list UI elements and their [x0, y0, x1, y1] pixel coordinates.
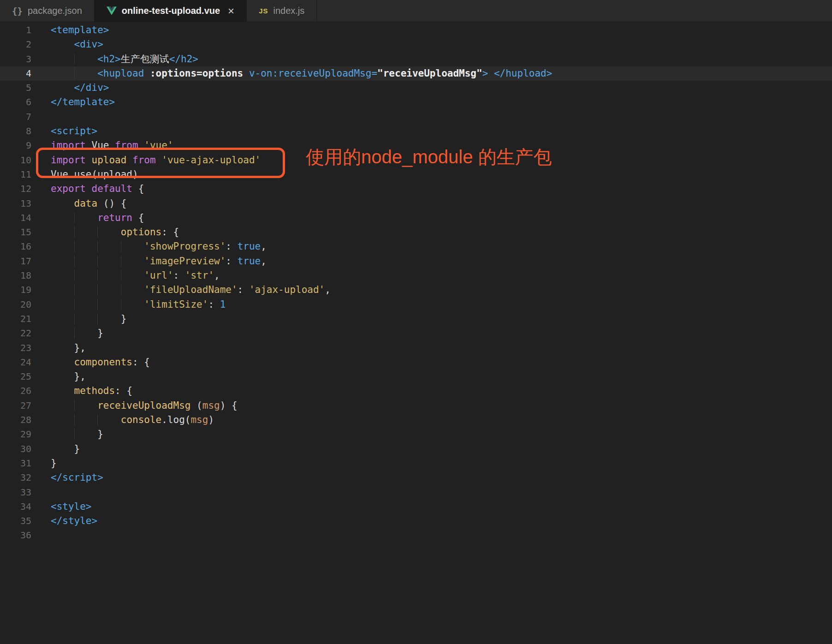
line-number: 30: [0, 442, 42, 456]
code-text: <h2>生产包测试</h2>: [42, 52, 198, 66]
line-number: 3: [0, 52, 42, 66]
code-text: },: [42, 341, 86, 355]
code-line[interactable]: 6</template>: [0, 95, 832, 109]
line-number: 10: [0, 153, 42, 167]
code-line[interactable]: 33: [0, 485, 832, 500]
line-number: 15: [0, 225, 42, 239]
line-number: 27: [0, 399, 42, 413]
code-line[interactable]: 8<script>: [0, 124, 832, 138]
code-text: options: {: [42, 225, 179, 239]
code-line[interactable]: 15 options: {: [0, 225, 832, 239]
line-number: 24: [0, 355, 42, 370]
code-line[interactable]: 24 components: {: [0, 355, 832, 370]
code-text: 'url': 'str',: [42, 268, 220, 283]
code-line[interactable]: 11Vue.use(upload): [0, 167, 832, 182]
code-line[interactable]: 2 <div>: [0, 37, 832, 52]
line-number: 22: [0, 326, 42, 340]
code-text: </script>: [42, 471, 103, 485]
line-number: 11: [0, 167, 42, 182]
braces-icon: {}: [12, 6, 23, 16]
annotation-label: 使用的node_module 的生产包: [306, 146, 552, 168]
code-line[interactable]: 26 methods: {: [0, 384, 832, 398]
code-line[interactable]: 14 return {: [0, 211, 832, 225]
code-editor-window: { "tabbar": { "tabs": [ { "label": "pack…: [0, 0, 832, 644]
code-text: }: [42, 326, 103, 340]
code-line[interactable]: 20 'limitSize': 1: [0, 298, 832, 312]
code-text: },: [42, 370, 86, 384]
code-line[interactable]: 17 'imagePreview': true,: [0, 254, 832, 268]
line-number: 36: [0, 528, 42, 543]
code-line[interactable]: 36: [0, 528, 832, 543]
code-text: </div>: [42, 81, 109, 95]
js-icon: JS: [259, 7, 268, 15]
code-text: <div>: [42, 37, 103, 52]
tab-online-test-upload-vue[interactable]: online-test-upload.vue ×: [95, 0, 247, 22]
code-line[interactable]: 19 'fileUploadName': 'ajax-upload',: [0, 283, 832, 297]
code-text: [42, 485, 51, 500]
code-line[interactable]: 12export default {: [0, 182, 832, 196]
code-line[interactable]: 16 'showProgress': true,: [0, 239, 832, 254]
tab-label: online-test-upload.vue: [122, 6, 220, 16]
line-number: 26: [0, 384, 42, 398]
line-number: 14: [0, 211, 42, 225]
line-number: 5: [0, 81, 42, 95]
code-text: import upload from 'vue-ajax-upload': [42, 153, 261, 167]
line-number: 17: [0, 254, 42, 268]
code-line[interactable]: 13 data () {: [0, 197, 832, 211]
code-line[interactable]: 30 }: [0, 442, 832, 456]
code-text: }: [42, 427, 103, 441]
code-line[interactable]: 23 },: [0, 341, 832, 355]
code-text: [42, 528, 51, 543]
code-text: <template>: [42, 23, 109, 37]
line-number: 4: [0, 66, 42, 81]
code-line[interactable]: 32</script>: [0, 471, 832, 485]
line-number: 16: [0, 239, 42, 254]
line-number: 6: [0, 95, 42, 109]
line-number: 34: [0, 500, 42, 514]
code-text: 'showProgress': true,: [42, 239, 267, 254]
line-number: 9: [0, 138, 42, 153]
close-icon[interactable]: ×: [228, 6, 234, 17]
code-line[interactable]: 4 <hupload :options=options v-on:receive…: [0, 66, 832, 81]
code-line[interactable]: 21 }: [0, 312, 832, 326]
line-number: 2: [0, 37, 42, 52]
code-text: }: [42, 312, 126, 326]
code-text: <style>: [42, 500, 92, 514]
code-text: </style>: [42, 514, 97, 528]
code-line[interactable]: 35</style>: [0, 514, 832, 528]
line-number: 1: [0, 23, 42, 37]
code-line[interactable]: 18 'url': 'str',: [0, 268, 832, 283]
code-line[interactable]: 3 <h2>生产包测试</h2>: [0, 52, 832, 66]
tab-label: package.json: [28, 6, 82, 16]
line-number: 32: [0, 471, 42, 485]
code-text: <hupload :options=options v-on:receiveUp…: [42, 66, 552, 81]
code-line[interactable]: 28 console.log(msg): [0, 413, 832, 427]
code-line[interactable]: 1<template>: [0, 23, 832, 37]
line-number: 12: [0, 182, 42, 196]
tab-label: index.js: [273, 6, 304, 16]
code-line[interactable]: 25 },: [0, 370, 832, 384]
code-text: 'limitSize': 1: [42, 298, 226, 312]
code-text: }: [42, 456, 57, 471]
code-text: </template>: [42, 95, 115, 109]
code-text: import Vue from 'vue': [42, 138, 173, 153]
line-number: 19: [0, 283, 42, 297]
code-text: 'imagePreview': true,: [42, 254, 267, 268]
code-line[interactable]: 34<style>: [0, 500, 832, 514]
code-text: 'fileUploadName': 'ajax-upload',: [42, 283, 331, 297]
line-number: 28: [0, 413, 42, 427]
code-line[interactable]: 31}: [0, 456, 832, 471]
code-text: [42, 110, 51, 124]
code-lines: 1<template>2 <div>3 <h2>生产包测试</h2>4 <hup…: [0, 23, 832, 543]
code-line[interactable]: 7: [0, 110, 832, 124]
code-line[interactable]: 29 }: [0, 427, 832, 441]
tab-package-json[interactable]: {} package.json: [0, 0, 95, 22]
tab-index-js[interactable]: JS index.js: [247, 0, 317, 22]
code-line[interactable]: 27 receiveUploadMsg (msg) {: [0, 399, 832, 413]
code-text: }: [42, 442, 80, 456]
tab-bar: {} package.json online-test-upload.vue ×…: [0, 0, 832, 22]
line-number: 23: [0, 341, 42, 355]
line-number: 20: [0, 298, 42, 312]
code-line[interactable]: 22 }: [0, 326, 832, 340]
code-line[interactable]: 5 </div>: [0, 81, 832, 95]
